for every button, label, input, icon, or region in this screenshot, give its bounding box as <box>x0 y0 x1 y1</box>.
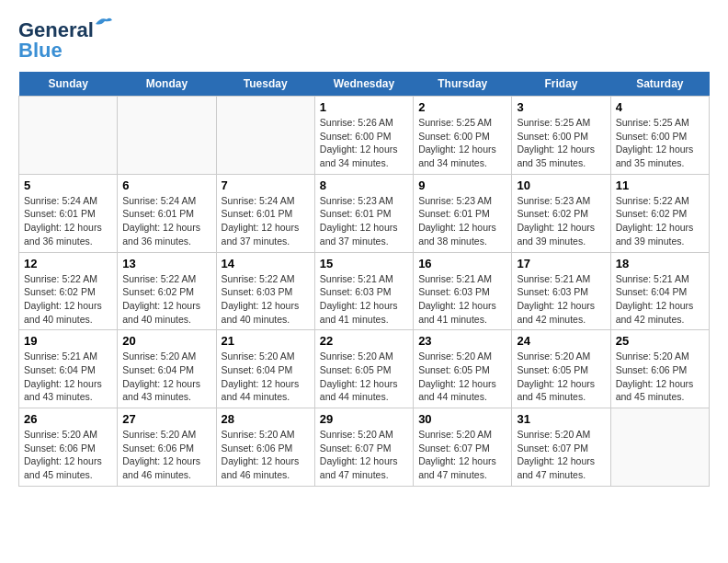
day-info: Sunrise: 5:20 AMSunset: 6:05 PMDaylight:… <box>320 350 408 404</box>
day-number: 15 <box>320 257 408 270</box>
day-header-wednesday: Wednesday <box>314 72 413 97</box>
logo-general: General <box>18 18 94 41</box>
day-number: 30 <box>418 412 506 426</box>
day-info: Sunrise: 5:20 AMSunset: 6:07 PMDaylight:… <box>418 428 506 482</box>
calendar-week-2: 5Sunrise: 5:24 AMSunset: 6:01 PMDaylight… <box>19 174 710 252</box>
day-number: 16 <box>418 257 506 270</box>
day-number: 12 <box>24 257 112 270</box>
logo: General Blue <box>18 18 94 63</box>
calendar-cell: 28Sunrise: 5:20 AMSunset: 6:06 PMDayligh… <box>216 408 314 487</box>
day-number: 18 <box>616 257 704 270</box>
day-number: 26 <box>24 412 112 426</box>
calendar-cell <box>610 408 709 487</box>
day-info: Sunrise: 5:21 AMSunset: 6:03 PMDaylight:… <box>517 272 605 327</box>
calendar-cell: 14Sunrise: 5:22 AMSunset: 6:03 PMDayligh… <box>216 252 314 330</box>
day-info: Sunrise: 5:22 AMSunset: 6:03 PMDaylight:… <box>222 272 310 327</box>
calendar-cell: 18Sunrise: 5:21 AMSunset: 6:04 PMDayligh… <box>610 252 709 330</box>
day-number: 24 <box>517 334 605 348</box>
day-number: 11 <box>616 178 704 192</box>
day-number: 14 <box>222 257 310 270</box>
calendar-cell: 30Sunrise: 5:20 AMSunset: 6:07 PMDayligh… <box>414 408 512 487</box>
calendar-cell: 17Sunrise: 5:21 AMSunset: 6:03 PMDayligh… <box>512 252 610 330</box>
calendar-cell: 20Sunrise: 5:20 AMSunset: 6:04 PMDayligh… <box>118 330 216 408</box>
calendar-cell: 29Sunrise: 5:20 AMSunset: 6:07 PMDayligh… <box>314 408 413 487</box>
calendar-cell: 25Sunrise: 5:20 AMSunset: 6:06 PMDayligh… <box>610 330 709 408</box>
day-number: 27 <box>122 412 210 426</box>
calendar-cell: 11Sunrise: 5:22 AMSunset: 6:02 PMDayligh… <box>610 174 709 252</box>
day-info: Sunrise: 5:25 AMSunset: 6:00 PMDaylight:… <box>418 116 506 170</box>
day-info: Sunrise: 5:20 AMSunset: 6:05 PMDaylight:… <box>517 350 605 404</box>
day-number: 4 <box>616 100 704 114</box>
day-info: Sunrise: 5:20 AMSunset: 6:05 PMDaylight:… <box>418 350 506 404</box>
day-header-friday: Friday <box>512 72 610 97</box>
logo-bird-icon <box>94 15 114 31</box>
calendar-week-4: 19Sunrise: 5:21 AMSunset: 6:04 PMDayligh… <box>19 330 710 408</box>
calendar-cell: 5Sunrise: 5:24 AMSunset: 6:01 PMDaylight… <box>19 174 118 252</box>
calendar-cell: 19Sunrise: 5:21 AMSunset: 6:04 PMDayligh… <box>19 330 118 408</box>
day-info: Sunrise: 5:20 AMSunset: 6:06 PMDaylight:… <box>222 428 310 482</box>
day-info: Sunrise: 5:24 AMSunset: 6:01 PMDaylight:… <box>24 194 112 248</box>
calendar-cell: 27Sunrise: 5:20 AMSunset: 6:06 PMDayligh… <box>118 408 216 487</box>
calendar-cell: 22Sunrise: 5:20 AMSunset: 6:05 PMDayligh… <box>314 330 413 408</box>
day-number: 20 <box>122 334 210 348</box>
day-info: Sunrise: 5:20 AMSunset: 6:06 PMDaylight:… <box>24 428 112 482</box>
day-info: Sunrise: 5:21 AMSunset: 6:03 PMDaylight:… <box>320 272 408 327</box>
day-number: 8 <box>320 178 408 192</box>
day-header-saturday: Saturday <box>610 72 709 97</box>
calendar-table: SundayMondayTuesdayWednesdayThursdayFrid… <box>18 72 710 487</box>
day-number: 5 <box>24 178 112 192</box>
page-header: General Blue <box>18 18 710 63</box>
day-number: 10 <box>517 178 605 192</box>
day-info: Sunrise: 5:23 AMSunset: 6:02 PMDaylight:… <box>517 194 605 248</box>
calendar-cell: 16Sunrise: 5:21 AMSunset: 6:03 PMDayligh… <box>414 252 512 330</box>
day-info: Sunrise: 5:20 AMSunset: 6:07 PMDaylight:… <box>320 428 408 482</box>
calendar-week-1: 1Sunrise: 5:26 AMSunset: 6:00 PMDaylight… <box>19 97 710 175</box>
day-info: Sunrise: 5:20 AMSunset: 6:06 PMDaylight:… <box>616 350 704 404</box>
calendar-cell: 10Sunrise: 5:23 AMSunset: 6:02 PMDayligh… <box>512 174 610 252</box>
calendar-cell: 7Sunrise: 5:24 AMSunset: 6:01 PMDaylight… <box>216 174 314 252</box>
calendar-cell: 26Sunrise: 5:20 AMSunset: 6:06 PMDayligh… <box>19 408 118 487</box>
day-info: Sunrise: 5:20 AMSunset: 6:04 PMDaylight:… <box>222 350 310 404</box>
day-info: Sunrise: 5:20 AMSunset: 6:04 PMDaylight:… <box>122 350 210 404</box>
day-header-sunday: Sunday <box>19 72 118 97</box>
calendar-cell: 2Sunrise: 5:25 AMSunset: 6:00 PMDaylight… <box>414 97 512 175</box>
calendar-cell: 1Sunrise: 5:26 AMSunset: 6:00 PMDaylight… <box>314 97 413 175</box>
day-header-monday: Monday <box>118 72 216 97</box>
day-info: Sunrise: 5:23 AMSunset: 6:01 PMDaylight:… <box>418 194 506 248</box>
calendar-cell <box>19 97 118 175</box>
day-header-tuesday: Tuesday <box>216 72 314 97</box>
day-number: 13 <box>122 257 210 270</box>
day-number: 22 <box>320 334 408 348</box>
day-info: Sunrise: 5:21 AMSunset: 6:04 PMDaylight:… <box>24 350 112 404</box>
day-header-thursday: Thursday <box>414 72 512 97</box>
calendar-cell: 9Sunrise: 5:23 AMSunset: 6:01 PMDaylight… <box>414 174 512 252</box>
day-number: 25 <box>616 334 704 348</box>
calendar-week-5: 26Sunrise: 5:20 AMSunset: 6:06 PMDayligh… <box>19 408 710 487</box>
day-info: Sunrise: 5:24 AMSunset: 6:01 PMDaylight:… <box>222 194 310 248</box>
day-number: 19 <box>24 334 112 348</box>
day-info: Sunrise: 5:22 AMSunset: 6:02 PMDaylight:… <box>616 194 704 248</box>
day-number: 3 <box>517 100 605 114</box>
calendar-cell: 31Sunrise: 5:20 AMSunset: 6:07 PMDayligh… <box>512 408 610 487</box>
calendar-cell: 3Sunrise: 5:25 AMSunset: 6:00 PMDaylight… <box>512 97 610 175</box>
calendar-cell: 15Sunrise: 5:21 AMSunset: 6:03 PMDayligh… <box>314 252 413 330</box>
day-info: Sunrise: 5:21 AMSunset: 6:03 PMDaylight:… <box>418 272 506 327</box>
day-number: 7 <box>222 178 310 192</box>
day-info: Sunrise: 5:24 AMSunset: 6:01 PMDaylight:… <box>122 194 210 248</box>
calendar-cell <box>118 97 216 175</box>
calendar-cell: 4Sunrise: 5:25 AMSunset: 6:00 PMDaylight… <box>610 97 709 175</box>
calendar-cell: 23Sunrise: 5:20 AMSunset: 6:05 PMDayligh… <box>414 330 512 408</box>
calendar-cell: 21Sunrise: 5:20 AMSunset: 6:04 PMDayligh… <box>216 330 314 408</box>
calendar-cell: 6Sunrise: 5:24 AMSunset: 6:01 PMDaylight… <box>118 174 216 252</box>
calendar-week-3: 12Sunrise: 5:22 AMSunset: 6:02 PMDayligh… <box>19 252 710 330</box>
day-info: Sunrise: 5:22 AMSunset: 6:02 PMDaylight:… <box>24 272 112 327</box>
calendar-cell: 12Sunrise: 5:22 AMSunset: 6:02 PMDayligh… <box>19 252 118 330</box>
day-info: Sunrise: 5:26 AMSunset: 6:00 PMDaylight:… <box>320 116 408 170</box>
day-info: Sunrise: 5:21 AMSunset: 6:04 PMDaylight:… <box>616 272 704 327</box>
day-number: 28 <box>222 412 310 426</box>
day-number: 17 <box>517 257 605 270</box>
day-number: 23 <box>418 334 506 348</box>
day-info: Sunrise: 5:22 AMSunset: 6:02 PMDaylight:… <box>122 272 210 327</box>
day-number: 2 <box>418 100 506 114</box>
day-number: 9 <box>418 178 506 192</box>
